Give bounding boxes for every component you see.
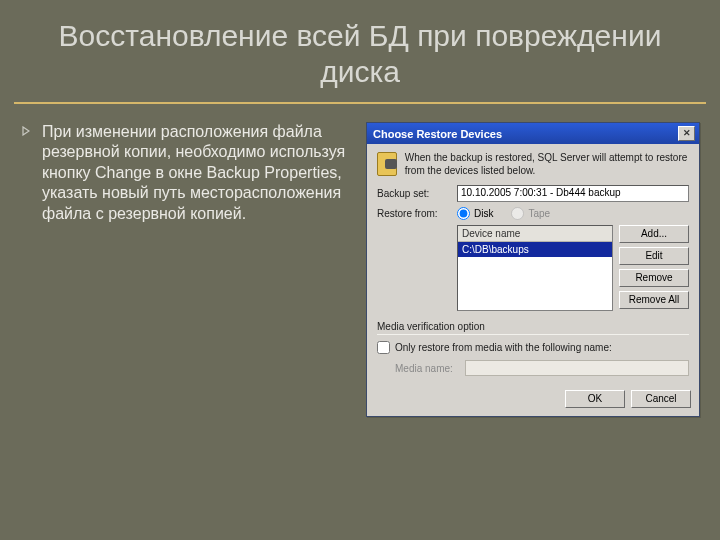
radio-tape: Tape <box>511 207 550 220</box>
media-verification-label: Media verification option <box>377 321 689 332</box>
slide-title: Восстановление всей БД при повреждении д… <box>0 0 720 94</box>
device-buttons: Add... Edit Remove Remove All <box>619 225 689 311</box>
device-spacer <box>377 225 451 311</box>
remove-button[interactable]: Remove <box>619 269 689 287</box>
radio-disk-label: Disk <box>474 208 493 219</box>
hint-row: When the backup is restored, SQL Server … <box>377 152 689 177</box>
backup-media-icon <box>377 152 397 176</box>
dialog-body: When the backup is restored, SQL Server … <box>367 144 699 384</box>
bullet-text: При изменении расположения файла резервн… <box>42 122 352 224</box>
restore-from-label: Restore from: <box>377 208 451 219</box>
radio-disk-input[interactable] <box>457 207 470 220</box>
media-name-row: Media name: <box>395 360 689 376</box>
dialog-column: Choose Restore Devices ✕ When the backup… <box>366 122 708 417</box>
add-button[interactable]: Add... <box>619 225 689 243</box>
restore-from-radios: Disk Tape <box>457 207 550 220</box>
backup-set-row: Backup set: 10.10.2005 7:00:31 - Db444 b… <box>377 185 689 202</box>
close-icon[interactable]: ✕ <box>678 126 695 141</box>
bullet-column: При изменении расположения файла резервн… <box>22 122 352 417</box>
ok-button[interactable]: OK <box>565 390 625 408</box>
edit-button[interactable]: Edit <box>619 247 689 265</box>
device-list-item[interactable]: C:\DB\backups <box>458 242 612 257</box>
device-list-header[interactable]: Device name <box>458 226 612 242</box>
device-area: Device name C:\DB\backups Add... Edit Re… <box>377 225 689 311</box>
slide: Восстановление всей БД при повреждении д… <box>0 0 720 540</box>
remove-all-button[interactable]: Remove All <box>619 291 689 309</box>
restore-from-row: Restore from: Disk Tape <box>377 207 689 220</box>
radio-tape-label: Tape <box>528 208 550 219</box>
cancel-button[interactable]: Cancel <box>631 390 691 408</box>
only-restore-label: Only restore from media with the followi… <box>395 342 612 353</box>
only-restore-checkbox-row[interactable]: Only restore from media with the followi… <box>377 341 689 354</box>
only-restore-checkbox[interactable] <box>377 341 390 354</box>
bullet-item: При изменении расположения файла резервн… <box>22 122 352 224</box>
content-row: При изменении расположения файла резервн… <box>0 104 720 417</box>
media-name-label: Media name: <box>395 363 459 374</box>
backup-set-field[interactable]: 10.10.2005 7:00:31 - Db444 backup <box>457 185 689 202</box>
dialog-titlebar[interactable]: Choose Restore Devices ✕ <box>367 123 699 144</box>
bullet-icon <box>22 122 32 224</box>
radio-disk[interactable]: Disk <box>457 207 493 220</box>
restore-dialog: Choose Restore Devices ✕ When the backup… <box>366 122 700 417</box>
device-listbox[interactable]: Device name C:\DB\backups <box>457 225 613 311</box>
dialog-title: Choose Restore Devices <box>373 128 502 140</box>
dialog-footer: OK Cancel <box>367 384 699 416</box>
divider <box>377 334 689 335</box>
radio-tape-input <box>511 207 524 220</box>
hint-text: When the backup is restored, SQL Server … <box>405 152 689 177</box>
media-name-field <box>465 360 689 376</box>
backup-set-label: Backup set: <box>377 188 451 199</box>
